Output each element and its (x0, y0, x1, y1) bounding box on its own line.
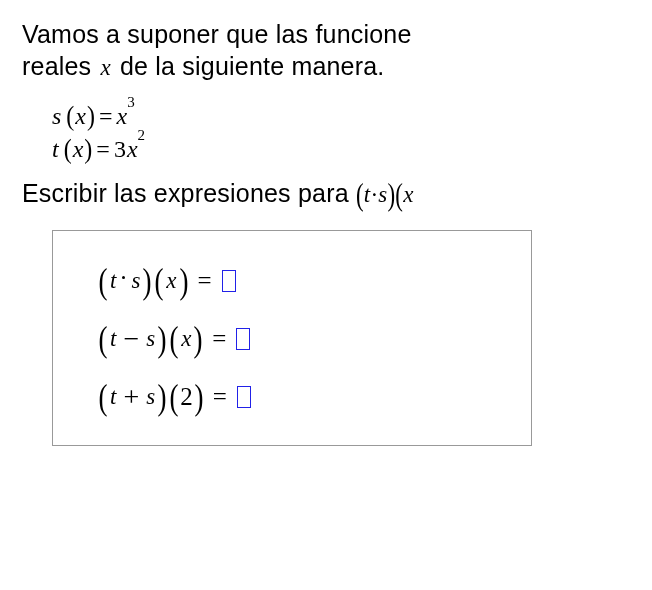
paren-close: ) (194, 379, 203, 415)
paren-open: ( (155, 263, 164, 299)
prompt-text: Escribir las expresiones para (22, 179, 356, 207)
def-s-exp: 3 (127, 92, 135, 112)
row1-right: s (145, 326, 156, 352)
intro-line-2b: de la siguiente manera. (113, 52, 385, 80)
paren-close: ) (179, 263, 188, 299)
def-t-coef: 3 (114, 133, 126, 165)
row-t-minus-s: ( t − s ) ( x ) = (97, 321, 531, 357)
paren-close: ) (158, 379, 167, 415)
paren-open: ( (99, 321, 108, 357)
trail-x: x (403, 182, 413, 207)
def-t-base: x (127, 133, 138, 165)
plus-operator: + (117, 381, 145, 413)
answer-input-tminus[interactable] (236, 328, 250, 350)
row0-arg: x (165, 268, 177, 294)
intro-var-x: x (98, 55, 112, 80)
paren-open: ( (170, 379, 179, 415)
page-root: Vamos a suponer que las funcione reales … (0, 0, 652, 446)
paren-open: ( (170, 321, 179, 357)
def-t-arg: x (73, 133, 84, 165)
answer-input-tplus2[interactable] (237, 386, 251, 408)
row1-arg: x (180, 326, 192, 352)
prompt-trail: (t·s)(x (356, 182, 414, 207)
def-s-base: x (117, 100, 128, 132)
paren-open: ( (66, 99, 74, 135)
paren-close: ) (143, 263, 152, 299)
paren-open: ( (99, 379, 108, 415)
equals-sign: = (204, 325, 236, 353)
intro-line-2: reales x de la siguiente manera. (22, 50, 652, 82)
row2-right: s (145, 384, 156, 410)
def-s-fn: s (52, 100, 61, 132)
paren-close: ) (158, 321, 167, 357)
def-t-fn: t (52, 133, 59, 165)
def-t-exp: 2 (138, 125, 146, 145)
def-t: t ( x ) = 3 x 2 (52, 133, 652, 165)
paren-close: ) (84, 131, 92, 167)
answer-input-ts[interactable] (222, 270, 236, 292)
row2-arg: 2 (180, 383, 193, 411)
function-definitions: s ( x ) = x 3 t ( x ) = 3 x 2 (52, 100, 652, 165)
equals-sign: = (190, 267, 222, 295)
row0-left: t (109, 268, 117, 294)
trail-s: s (378, 182, 387, 207)
row-t-dot-s: ( t s ) ( x ) = (97, 263, 531, 299)
row-t-plus-s-2: ( t + s ) ( 2 ) = (97, 379, 531, 415)
paren-close: ) (87, 99, 95, 135)
row0-right: s (130, 268, 141, 294)
dot-operator-icon (122, 276, 125, 279)
intro-line-1: Vamos a suponer que las funcione (22, 18, 652, 50)
row1-left: t (109, 326, 117, 352)
equals-sign: = (205, 383, 237, 411)
intro-line-2a: reales (22, 52, 98, 80)
minus-operator: − (117, 323, 145, 355)
equals-sign: = (96, 100, 116, 132)
prompt-line: Escribir las expresiones para (t·s)(x (22, 177, 652, 209)
equals-sign: = (93, 133, 113, 165)
paren-close: ) (194, 321, 203, 357)
answer-box: ( t s ) ( x ) = ( t − s ) ( x ) = ( t + (52, 230, 532, 446)
paren-open: ( (64, 131, 72, 167)
def-s-arg: x (75, 100, 86, 132)
row2-left: t (109, 384, 117, 410)
paren-open: ( (99, 263, 108, 299)
